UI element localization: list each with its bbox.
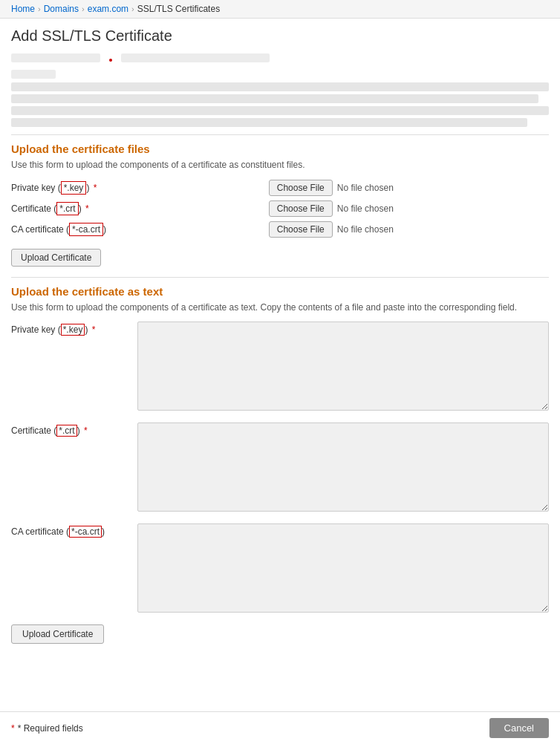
private-key-ext-box: *.key (61, 181, 87, 195)
ca-cert-text-ext-box: *-ca.crt (69, 526, 102, 538)
upload-files-desc: Use this form to upload the components o… (11, 160, 549, 170)
certificate-label: Certificate (*.crt) * (11, 198, 269, 219)
private-key-file-cell: Choose File No file chosen (269, 177, 549, 198)
file-upload-table: Private key (*.key) * Choose File No fil… (11, 177, 549, 240)
ca-cert-text-row: CA certificate (*-ca.crt) (11, 523, 549, 613)
ca-cert-text-label: CA certificate (*-ca.crt) (11, 523, 130, 537)
upload-certificate-text-button[interactable]: Upload Certificate (11, 624, 104, 644)
main-content: Add SSL/TLS Certificate Upload the certi… (0, 19, 560, 715)
choose-file-private-key[interactable]: Choose File (269, 180, 333, 196)
ca-cert-label: CA certificate (*-ca.crt) (11, 219, 269, 240)
footer-left: * * Required fields (11, 723, 83, 734)
page-title: Add SSL/TLS Certificate (11, 27, 549, 45)
ca-cert-textarea[interactable] (137, 523, 549, 613)
breadcrumb-sep-3: › (131, 4, 134, 13)
private-key-textarea[interactable] (137, 322, 549, 411)
redacted-info (11, 53, 549, 127)
certificate-file-group: Choose File No file chosen (269, 200, 544, 217)
private-key-text-ext-box: *.key (61, 324, 85, 336)
ca-cert-file-cell: Choose File No file chosen (269, 219, 549, 240)
upload-text-desc: Use this form to upload the components o… (11, 302, 549, 313)
certificate-star: * (85, 203, 89, 214)
certificate-no-file: No file chosen (337, 203, 394, 214)
certificate-file-cell: Choose File No file chosen (269, 198, 549, 219)
breadcrumb: Home › Domains › exam.com › SSL/TLS Cert… (0, 0, 560, 19)
upload-certificate-files-button[interactable]: Upload Certificate (11, 249, 101, 267)
certificate-text-row: Certificate (*.crt) * (11, 422, 549, 512)
page-wrapper: Home › Domains › exam.com › SSL/TLS Cert… (0, 0, 560, 744)
required-star-footer: * (11, 723, 15, 734)
breadcrumb-domains[interactable]: Domains (44, 4, 79, 14)
private-key-label: Private key (*.key) * (11, 177, 269, 198)
ca-cert-no-file: No file chosen (337, 224, 394, 235)
private-key-star: * (94, 183, 97, 193)
choose-file-ca-cert[interactable]: Choose File (269, 221, 333, 238)
required-fields-label: * Required fields (18, 723, 83, 734)
certificate-text-star: * (84, 425, 88, 436)
private-key-no-file: No file chosen (337, 183, 394, 193)
breadcrumb-sep-2: › (82, 4, 85, 13)
cancel-button[interactable]: Cancel (489, 718, 549, 738)
ca-cert-file-group: Choose File No file chosen (269, 221, 544, 238)
breadcrumb-home[interactable]: Home (11, 4, 35, 14)
table-row: Private key (*.key) * Choose File No fil… (11, 177, 549, 198)
private-key-text-label-cont: y (*.key) * (51, 324, 95, 335)
certificate-textarea[interactable] (137, 422, 549, 512)
breadcrumb-current: SSL/TLS Certificates (137, 4, 220, 14)
upload-text-title: Upload the certificate as text (11, 285, 549, 298)
footer-bar: * * Required fields Cancel (0, 711, 560, 744)
table-row: CA certificate (*-ca.crt) Choose File No… (11, 219, 549, 240)
private-key-text-row: Private key (*.key) * (11, 322, 549, 411)
breadcrumb-sep-1: › (38, 4, 41, 13)
private-key-text-star: * (92, 324, 96, 335)
choose-file-certificate[interactable]: Choose File (269, 200, 333, 217)
ca-cert-ext-box: *-ca.crt (69, 223, 103, 236)
table-row: Certificate (*.crt) * Choose File No fil… (11, 198, 549, 219)
certificate-text-ext-box: *.crt (56, 425, 76, 437)
certificate-ext-box: *.crt (56, 202, 78, 215)
breadcrumb-domain[interactable]: exam.com (88, 4, 128, 14)
private-key-text-label: Private key (*.key) * (11, 322, 130, 335)
certificate-text-label: Certificate (*.crt) * (11, 422, 130, 436)
private-key-file-group: Choose File No file chosen (269, 180, 544, 196)
upload-files-title: Upload the certificate files (11, 143, 549, 155)
